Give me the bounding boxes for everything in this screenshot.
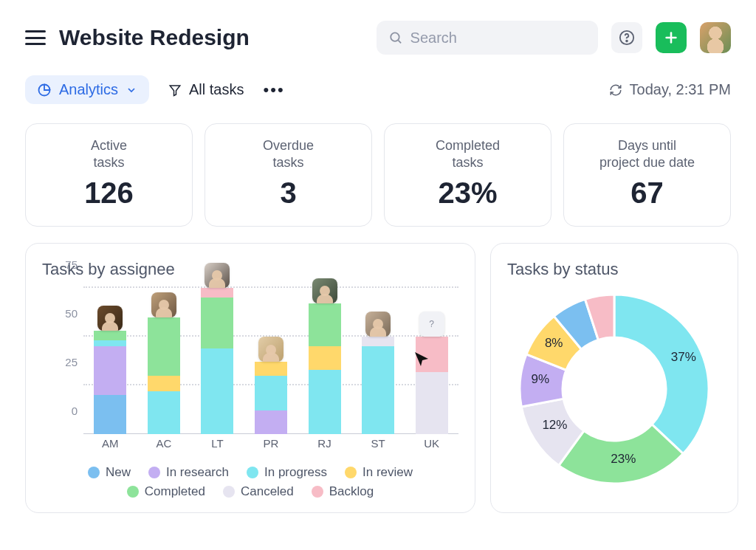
refresh-icon: [609, 83, 622, 97]
bar-AC[interactable]: [148, 317, 180, 434]
bar-segment-progress: [148, 391, 180, 434]
metric-card: Days until project due date 67: [563, 123, 731, 227]
metric-card: Active tasks 126: [25, 123, 193, 227]
page-title: Website Redesign: [59, 25, 250, 50]
legend-label: Backlog: [329, 484, 374, 499]
more-button[interactable]: •••: [264, 80, 285, 100]
donut-label-cancel: 12%: [542, 418, 567, 433]
refresh-button[interactable]: Today, 2:31 PM: [609, 81, 731, 98]
legend-swatch: [88, 467, 100, 478]
bar-segment-progress: [94, 340, 126, 346]
bar-segment-review: [309, 346, 341, 370]
svg-marker-6: [170, 86, 180, 96]
assignee-chart-title: Tasks by assignee: [42, 260, 458, 279]
status-chart-title: Tasks by status: [507, 260, 721, 279]
search-icon: [388, 30, 403, 46]
metric-value: 3: [213, 176, 364, 210]
metric-value: 67: [571, 176, 723, 210]
metric-value: 23%: [392, 176, 543, 210]
bar-segment-cancel: [416, 372, 448, 434]
donut-label-complete: 23%: [611, 452, 636, 467]
bar-segment-backlog: [201, 288, 233, 298]
tasks-by-status-card: Tasks by status 37%23%12%9%8%: [490, 243, 738, 513]
x-axis-label: AC: [142, 437, 186, 458]
legend-item-research[interactable]: In research: [148, 465, 229, 480]
bar-segment-complete: [94, 331, 126, 340]
metric-value: 126: [33, 176, 185, 210]
help-button[interactable]: [611, 22, 642, 53]
tasks-by-assignee-card: Tasks by assignee 0255075?AMACLTPRRJSTUK…: [25, 243, 475, 513]
legend-swatch: [127, 486, 139, 498]
legend-label: New: [106, 465, 131, 480]
bar-RJ[interactable]: [309, 303, 341, 434]
bar-segment-new: [94, 395, 126, 434]
help-icon: [619, 30, 635, 46]
metric-card: Overdue tasks 3: [205, 123, 372, 227]
filter-button[interactable]: All tasks: [168, 81, 244, 98]
bar-segment-progress: [309, 370, 341, 434]
x-axis-label: ST: [356, 437, 400, 458]
y-axis-tick: 25: [65, 356, 78, 368]
legend-swatch: [345, 467, 357, 478]
bar-PR[interactable]: [255, 362, 287, 434]
bar-AM[interactable]: [94, 331, 126, 434]
assignee-avatar: [365, 312, 391, 337]
donut-slice-progress[interactable]: [614, 295, 709, 454]
bar-segment-backlog: [416, 337, 448, 372]
legend-swatch: [312, 486, 323, 498]
assignee-avatar: ?: [419, 312, 444, 337]
x-axis-label: PR: [249, 437, 293, 458]
add-button[interactable]: [656, 22, 687, 53]
metric-label: Completed tasks: [392, 137, 543, 171]
legend-swatch: [247, 467, 258, 478]
legend-item-progress[interactable]: In progress: [247, 465, 327, 480]
legend-label: In research: [166, 465, 229, 480]
search-input-container[interactable]: [377, 21, 598, 55]
bar-UK[interactable]: ?: [416, 337, 448, 434]
legend-label: In review: [362, 465, 413, 480]
donut-label-research: 9%: [531, 372, 549, 387]
metric-cards: Active tasks 126Overdue tasks 3Completed…: [25, 123, 731, 227]
metric-card: Completed tasks 23%: [384, 123, 551, 227]
legend-item-review[interactable]: In review: [345, 465, 413, 480]
bar-segment-progress: [255, 376, 287, 411]
search-input[interactable]: [410, 30, 586, 47]
legend-item-complete[interactable]: Completed: [127, 484, 205, 499]
bar-LT[interactable]: [201, 288, 233, 434]
plus-icon: [663, 30, 679, 46]
svg-point-3: [626, 41, 628, 42]
view-selector[interactable]: Analytics: [25, 75, 149, 104]
view-label: Analytics: [59, 81, 118, 98]
legend-item-cancel[interactable]: Canceled: [223, 484, 294, 499]
assignee-avatar: [258, 337, 284, 362]
user-avatar[interactable]: [700, 22, 731, 53]
assignee-avatar: [312, 278, 337, 303]
assignee-avatar: [205, 263, 230, 288]
status-donut-chart: 37%23%12%9%8%: [507, 279, 721, 499]
metric-label: Overdue tasks: [213, 137, 364, 171]
bar-segment-cancel: [362, 337, 394, 346]
y-axis-tick: 0: [72, 405, 78, 417]
filter-label: All tasks: [189, 81, 244, 98]
bar-segment-complete: [201, 298, 233, 348]
bar-segment-complete: [148, 317, 180, 376]
donut-label-review: 8%: [545, 336, 563, 351]
legend-item-new[interactable]: New: [88, 465, 131, 480]
y-axis-tick: 75: [65, 258, 78, 271]
bar-ST[interactable]: [362, 337, 394, 434]
x-axis-label: LT: [195, 437, 239, 458]
metric-label: Days until project due date: [571, 137, 723, 171]
x-axis-label: RJ: [303, 437, 347, 458]
assignee-bar-chart: 0255075?AMACLTPRRJSTUK: [42, 288, 458, 458]
legend-label: Canceled: [241, 484, 294, 499]
legend-item-backlog[interactable]: Backlog: [312, 484, 374, 499]
menu-icon[interactable]: [25, 30, 46, 45]
chevron-down-icon: [126, 84, 137, 96]
bar-segment-progress: [201, 348, 233, 434]
legend-swatch: [148, 467, 160, 478]
x-axis-label: UK: [410, 437, 454, 458]
bar-segment-review: [148, 376, 180, 391]
legend-label: In progress: [264, 465, 327, 480]
refresh-timestamp: Today, 2:31 PM: [630, 81, 731, 98]
assignee-avatar: [97, 306, 123, 331]
